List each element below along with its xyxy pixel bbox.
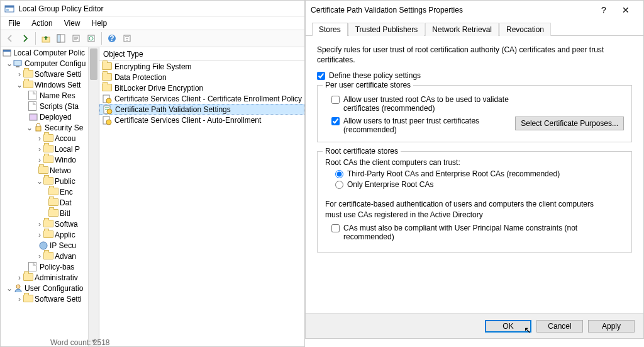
tab-stores[interactable]: Stores xyxy=(312,23,348,36)
apply-button[interactable]: Apply xyxy=(588,320,635,333)
tree-deployed[interactable]: Deployed xyxy=(40,113,72,122)
svg-text:?: ? xyxy=(109,34,114,43)
tree-user-config[interactable]: User Configuratio xyxy=(25,284,83,293)
expand-icon[interactable]: ⌄ xyxy=(36,178,43,185)
allow-root-cas-input[interactable] xyxy=(331,96,340,104)
allow-root-cas-label: Allow user trusted root CAs to be used t… xyxy=(343,95,532,113)
folder-icon xyxy=(102,73,112,81)
folder-icon xyxy=(23,295,33,302)
expand-icon[interactable]: ⌄ xyxy=(6,285,13,292)
close-button[interactable]: ✕ xyxy=(613,1,638,19)
expand-icon[interactable]: ⌄ xyxy=(26,124,33,132)
svg-rect-14 xyxy=(14,60,21,65)
tree-security-settings[interactable]: Security Se xyxy=(45,123,83,132)
tree-policy-based[interactable]: Policy-bas xyxy=(40,263,74,271)
tree-software-settings2[interactable]: Software Setti xyxy=(35,295,82,304)
only-enterprise-root-cas-radio[interactable]: Only Enterprise Root CAs xyxy=(335,180,624,189)
tree-scripts[interactable]: Scripts (Sta xyxy=(40,102,79,111)
list-item[interactable]: Data Protection xyxy=(99,72,304,82)
folder-icon xyxy=(43,220,53,227)
tree-advanced-audit[interactable]: Advan xyxy=(55,252,76,261)
svg-point-18 xyxy=(40,242,47,249)
group-policy-editor-window: Local Group Policy Editor File Action Vi… xyxy=(0,0,305,347)
list-column-header[interactable]: Object Type xyxy=(99,47,304,61)
list-item-label: Encrypting File System xyxy=(114,62,192,71)
help-button[interactable]: ? xyxy=(594,1,613,19)
show-hide-tree-button[interactable] xyxy=(54,31,68,45)
tree-admin-templates[interactable]: Administrativ xyxy=(35,273,78,282)
refresh-button[interactable] xyxy=(84,31,98,45)
tree-local-policies[interactable]: Local P xyxy=(55,145,80,154)
cancel-button[interactable]: Cancel xyxy=(536,320,583,333)
object-list: Object Type Encrypting File System Data … xyxy=(99,47,304,346)
tab-revocation[interactable]: Revocation xyxy=(499,23,551,36)
tab-content-stores: Specify rules for user trust of root cer… xyxy=(306,36,643,270)
tree-name-resolution[interactable]: Name Res xyxy=(40,91,75,100)
app-icon xyxy=(4,4,14,14)
tab-trusted-publishers[interactable]: Trusted Publishers xyxy=(348,23,425,36)
list-item-selected[interactable]: Certificate Path Validation Settings xyxy=(99,104,304,115)
expand-icon[interactable]: ⌄ xyxy=(6,60,13,67)
third-party-root-cas-input[interactable] xyxy=(335,170,343,178)
allow-root-cas-checkbox[interactable]: Allow user trusted root CAs to be used t… xyxy=(331,95,624,113)
scroll-thumb[interactable] xyxy=(90,48,97,80)
back-button[interactable] xyxy=(3,31,17,45)
tree-windows-settings[interactable]: Windows Sett xyxy=(35,81,80,89)
menu-action[interactable]: Action xyxy=(26,18,57,29)
tree-ipsec[interactable]: IP Secu xyxy=(50,241,76,250)
menu-file[interactable]: File xyxy=(3,18,25,29)
third-party-root-cas-radio[interactable]: Third-Party Root CAs and Enterprise Root… xyxy=(335,169,624,178)
list-item-label: Certificate Services Client - Certificat… xyxy=(114,94,302,103)
tree-public-key[interactable]: Public xyxy=(55,177,75,186)
tree-software-settings[interactable]: Software Setti xyxy=(35,70,82,79)
allow-peer-trust-checkbox[interactable]: Allow users to trust peer trust certific… xyxy=(331,117,507,134)
help-button[interactable]: ? xyxy=(105,31,119,45)
up-button[interactable] xyxy=(39,31,53,45)
upn-compliance-input[interactable] xyxy=(331,224,340,232)
define-policy-checkbox[interactable]: Define these policy settings xyxy=(317,71,632,80)
tree-bitlocker[interactable]: Bitl xyxy=(60,209,70,218)
user-icon xyxy=(13,283,23,293)
collapse-icon[interactable]: › xyxy=(16,71,23,78)
tree-network[interactable]: Netwo xyxy=(50,166,71,175)
tree-account[interactable]: Accou xyxy=(55,134,75,143)
navigation-tree[interactable]: Local Computer Polic ⌄Computer Configu ›… xyxy=(1,47,99,346)
computer-icon xyxy=(13,59,23,69)
allow-peer-trust-input[interactable] xyxy=(331,117,340,125)
tree-root[interactable]: Local Computer Polic xyxy=(13,48,85,57)
filter-button[interactable] xyxy=(120,31,134,45)
upn-compliance-checkbox[interactable]: CAs must also be compliant with User Pri… xyxy=(331,224,624,241)
tree-efs[interactable]: Enc xyxy=(60,188,73,196)
folder-icon xyxy=(23,81,33,88)
list-item-label: BitLocker Drive Encryption xyxy=(114,84,203,93)
forward-button[interactable] xyxy=(18,31,32,45)
only-enterprise-root-cas-input[interactable] xyxy=(335,181,343,189)
list-item-label: Certificate Path Validation Settings xyxy=(115,105,231,114)
list-item[interactable]: BitLocker Drive Encryption xyxy=(99,82,304,93)
list-item[interactable]: Certificate Services Client - Auto-Enrol… xyxy=(99,115,304,125)
export-button[interactable] xyxy=(69,31,83,45)
folder-icon xyxy=(43,156,53,163)
list-item[interactable]: Encrypting File System xyxy=(99,61,304,72)
tab-network-retrieval[interactable]: Network Retrieval xyxy=(425,23,499,36)
tree-computer-config[interactable]: Computer Configu xyxy=(25,59,86,68)
dialog-titlebar: Certificate Path Validation Settings Pro… xyxy=(306,1,643,20)
upn-compliance-label: CAs must also be compliant with User Pri… xyxy=(343,224,624,241)
define-policy-checkbox-input[interactable] xyxy=(317,72,325,80)
menu-view[interactable]: View xyxy=(59,18,86,29)
folder-icon xyxy=(48,188,58,195)
tree-data-protection[interactable]: Dat xyxy=(60,198,72,207)
tree-software-restriction[interactable]: Softwa xyxy=(55,220,78,229)
folder-icon xyxy=(43,145,53,152)
svg-point-23 xyxy=(107,109,112,114)
tree-applocker[interactable]: Applic xyxy=(55,230,75,239)
folder-icon xyxy=(102,62,112,70)
list-item[interactable]: Certificate Services Client - Certificat… xyxy=(99,93,304,104)
tree-windows-firewall[interactable]: Windo xyxy=(55,156,76,164)
menu-help[interactable]: Help xyxy=(87,18,113,29)
ok-button[interactable]: OK xyxy=(485,320,531,333)
expand-icon[interactable]: ⌄ xyxy=(16,81,23,89)
select-cert-purposes-button[interactable]: Select Certificate Purposes... xyxy=(515,117,624,130)
tree-scrollbar[interactable]: ▲ ▼ xyxy=(88,47,99,346)
group-legend: Per user certificate stores xyxy=(323,81,413,89)
